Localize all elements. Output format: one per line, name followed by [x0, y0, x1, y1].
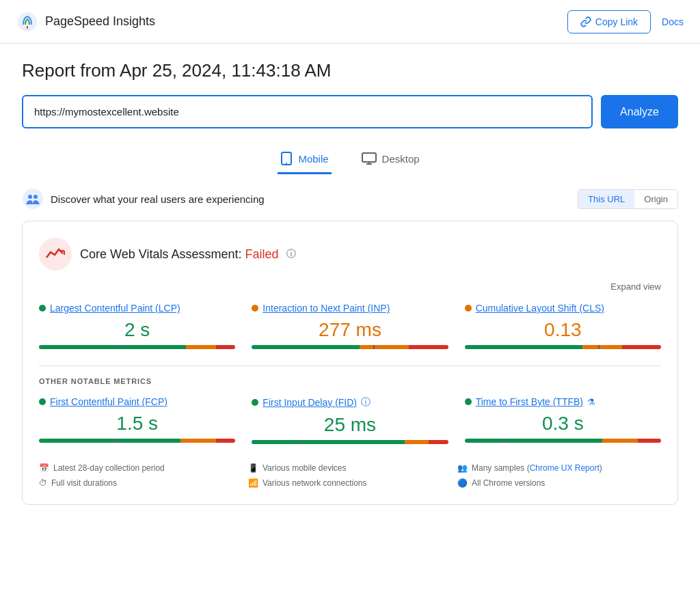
header: PageSpeed Insights Copy Link Docs — [0, 0, 700, 44]
cwv-failed-icon — [45, 247, 66, 262]
cls-progress — [465, 345, 661, 349]
docs-link[interactable]: Docs — [662, 16, 684, 27]
link-icon — [580, 16, 591, 27]
tab-desktop-label: Desktop — [382, 153, 420, 165]
metric-fid: First Input Delay (FID) ⓘ 25 ms — [252, 396, 448, 447]
cwv-icon-wrapper — [39, 238, 72, 271]
fid-link[interactable]: First Input Delay (FID) — [262, 397, 357, 408]
footer-mobile-devices: 📱 Various mobile devices — [248, 463, 452, 473]
device-tabs: Mobile Desktop — [22, 145, 678, 174]
chrome-icon: 🔵 — [457, 478, 468, 488]
metric-fcp: First Contentful Paint (FCP) 1.5 s — [39, 396, 235, 447]
ttfb-progress — [465, 439, 661, 443]
calendar-icon: 📅 — [39, 463, 49, 473]
svg-point-3 — [286, 163, 287, 164]
ttfb-link[interactable]: Time to First Byte (TTFB) — [476, 396, 583, 407]
section-divider — [39, 366, 661, 366]
origin-toggle[interactable]: Origin — [634, 190, 677, 208]
fid-info-icon[interactable]: ⓘ — [361, 396, 371, 409]
people-icon — [22, 188, 44, 210]
network-icon: 📶 — [248, 478, 258, 488]
timer-icon: ⏱ — [39, 478, 47, 488]
url-bar: Analyze — [22, 95, 678, 128]
inp-progress — [252, 345, 448, 349]
metric-lcp: Largest Contentful Paint (LCP) 2 s — [39, 303, 235, 352]
metric-inp: Interaction to Next Paint (INP) 277 ms — [252, 303, 448, 352]
fcp-link[interactable]: First Contentful Paint (FCP) — [50, 396, 167, 407]
header-left: PageSpeed Insights — [16, 11, 155, 33]
desktop-icon — [362, 152, 377, 165]
svg-rect-4 — [362, 153, 376, 162]
svg-point-8 — [28, 195, 32, 199]
inp-value: 277 ms — [252, 319, 448, 341]
app-title: PageSpeed Insights — [45, 14, 155, 29]
footer-info: 📅 Latest 28-day collection period 📱 Vari… — [39, 463, 661, 488]
metric-cls: Cumulative Layout Shift (CLS) 0.13 — [465, 303, 661, 352]
metrics-card: Core Web Vitals Assessment: Failed ⓘ Exp… — [22, 221, 678, 505]
lcp-label: Largest Contentful Paint (LCP) — [39, 303, 235, 314]
lcp-marker — [122, 345, 123, 349]
mobile-devices-icon: 📱 — [248, 463, 258, 473]
ttfb-dot — [465, 398, 472, 405]
samples-icon: 👥 — [457, 463, 468, 473]
lcp-value: 2 s — [39, 319, 235, 341]
lcp-link[interactable]: Largest Contentful Paint (LCP) — [50, 303, 180, 314]
analyze-button[interactable]: Analyze — [601, 95, 678, 128]
footer-collection-period: 📅 Latest 28-day collection period — [39, 463, 243, 473]
lcp-dot — [39, 305, 46, 312]
main-content: Report from Apr 25, 2024, 11:43:18 AM An… — [0, 44, 700, 527]
fid-label: First Input Delay (FID) ⓘ — [252, 396, 448, 409]
main-metrics-grid: Largest Contentful Paint (LCP) 2 s Inter… — [39, 303, 661, 352]
expand-view[interactable]: Expand view — [39, 281, 661, 292]
real-users-text: Discover what your real users are experi… — [51, 193, 265, 205]
fcp-progress — [39, 439, 235, 443]
tab-desktop[interactable]: Desktop — [359, 145, 422, 174]
lcp-progress — [39, 345, 235, 349]
cls-dot — [465, 305, 472, 312]
fid-marker — [301, 440, 302, 444]
fcp-dot — [39, 398, 46, 405]
cwv-title: Core Web Vitals Assessment: Failed — [80, 247, 278, 262]
cls-marker — [598, 345, 600, 349]
tab-mobile[interactable]: Mobile — [278, 145, 331, 174]
cls-label: Cumulative Layout Shift (CLS) — [465, 303, 661, 314]
footer-chrome-versions: 🔵 All Chrome versions — [457, 478, 661, 488]
copy-link-label: Copy Link — [595, 16, 638, 27]
footer-samples: 👥 Many samples (Chrome UX Report) — [457, 463, 661, 473]
url-origin-toggle: This URL Origin — [578, 189, 678, 209]
metric-ttfb: Time to First Byte (TTFB) ⚗ 0.3 s — [465, 396, 661, 447]
report-date: Report from Apr 25, 2024, 11:43:18 AM — [22, 60, 678, 81]
inp-label: Interaction to Next Paint (INP) — [252, 303, 448, 314]
copy-link-button[interactable]: Copy Link — [567, 10, 651, 33]
other-metrics-grid: First Contentful Paint (FCP) 1.5 s First — [39, 396, 661, 447]
footer-network: 📶 Various network connections — [248, 478, 452, 488]
pagespeed-logo-icon — [16, 11, 38, 33]
this-url-toggle[interactable]: This URL — [578, 190, 634, 208]
cwv-header: Core Web Vitals Assessment: Failed ⓘ — [39, 238, 661, 271]
cls-link[interactable]: Cumulative Layout Shift (CLS) — [476, 303, 604, 314]
ttfb-marker — [504, 439, 505, 443]
url-input[interactable] — [22, 95, 593, 128]
fcp-marker — [113, 439, 115, 443]
tab-mobile-label: Mobile — [298, 153, 328, 165]
svg-point-7 — [23, 189, 43, 209]
fcp-value: 1.5 s — [39, 413, 235, 435]
ttfb-experimental-icon: ⚗ — [587, 397, 595, 407]
inp-dot — [252, 305, 258, 312]
ttfb-value: 0.3 s — [465, 413, 661, 435]
other-metrics-label: OTHER NOTABLE METRICS — [39, 377, 661, 385]
header-right: Copy Link Docs — [567, 10, 684, 33]
svg-point-9 — [33, 195, 38, 199]
inp-link[interactable]: Interaction to Next Paint (INP) — [262, 303, 390, 314]
cwv-help-icon[interactable]: ⓘ — [286, 248, 296, 260]
fcp-label: First Contentful Paint (FCP) — [39, 396, 235, 407]
cwv-status: Failed — [245, 247, 278, 261]
real-users-bar: Discover what your real users are experi… — [22, 188, 678, 210]
fid-value: 25 ms — [252, 414, 448, 436]
real-users-left: Discover what your real users are experi… — [22, 188, 265, 210]
cls-value: 0.13 — [465, 319, 661, 341]
ttfb-label: Time to First Byte (TTFB) ⚗ — [465, 396, 661, 407]
footer-visit-durations: ⏱ Full visit durations — [39, 478, 243, 488]
mobile-icon — [280, 152, 293, 165]
chrome-ux-report-link[interactable]: Chrome UX Report — [530, 463, 600, 473]
